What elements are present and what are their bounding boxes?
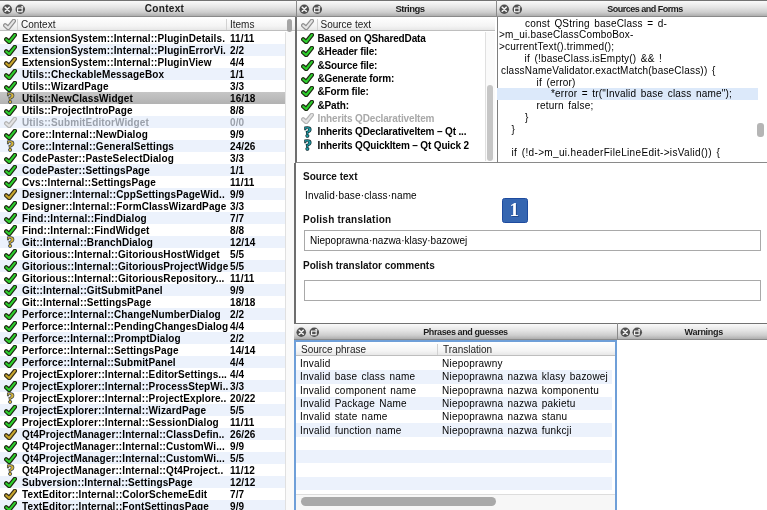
svg-text:?: ? xyxy=(7,464,15,476)
svg-text:1: 1 xyxy=(510,199,520,220)
svg-text:?: ? xyxy=(303,126,311,138)
svg-text:?: ? xyxy=(7,392,15,404)
svg-text:?: ? xyxy=(303,139,311,151)
svg-text:?: ? xyxy=(7,92,15,104)
svg-text:?: ? xyxy=(7,140,15,152)
svg-text:?: ? xyxy=(7,236,15,248)
